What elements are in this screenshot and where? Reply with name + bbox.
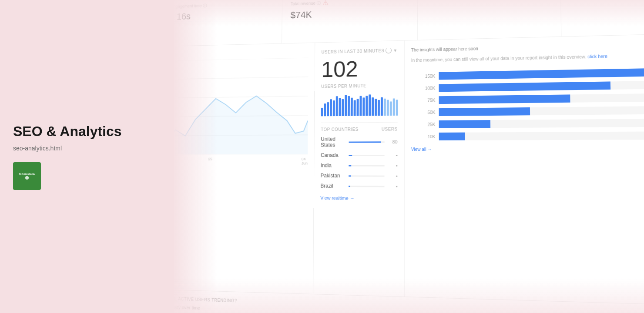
horiz-bar-label-4: 25K [411,122,436,127]
svg-line-0 [174,58,309,61]
horiz-bar-label-2: 75K [411,98,436,103]
country-num-0: 80 [389,139,398,144]
country-num-4: • [389,184,397,189]
country-row-1: Canada• [321,152,398,158]
users-col-label: USERS [382,127,398,132]
engagement-metric: Avg. engagement time ⓘ 5m 16s [174,0,282,47]
realtime-sub-label: USERS PER MINUTE [321,83,398,89]
refresh-icon[interactable] [386,47,392,53]
country-name-3: Pakistan [321,173,344,179]
horiz-bar-row-1: 100K [411,80,644,92]
horiz-bar-track-2 [439,93,644,104]
top-countries-label: TOP COUNTRIES [321,127,358,132]
country-bar-fill-4 [349,186,350,187]
mini-bar-13 [359,96,362,116]
horiz-bar-track-1 [439,80,644,92]
country-bar-fill-2 [349,165,352,166]
mini-bar-18 [375,99,377,116]
countries-section: TOP COUNTRIES USERS United States80Canad… [320,122,397,201]
mini-bar-1 [324,103,326,116]
info-panel: The insights will appear here soon In th… [405,33,644,313]
mini-bar-21 [384,99,386,116]
mini-bar-24 [393,98,395,115]
country-bar-fill-1 [349,155,352,156]
country-num-3: • [389,173,398,179]
country-bar-container-3 [349,175,385,176]
mini-bar-11 [354,100,356,116]
country-row-2: India• [321,163,398,169]
country-row-3: Pakistan• [321,173,398,179]
horiz-bar-label-5: 10K [411,134,436,139]
dashboard-inner: Analytics Realtime Audience Acquisition … [174,0,644,313]
revenue-value: $74K [290,6,408,20]
countries-list: United States80Canada•India•Pakistan•Bra… [320,136,397,189]
mini-bar-6 [339,98,341,116]
mini-bar-22 [387,100,389,116]
left-panel: SEO & Analytics seo-analytics.html TC Co… [0,0,174,313]
horiz-bar-fill-3 [439,107,530,116]
mini-bar-23 [390,101,392,116]
country-name-2: India [321,163,344,169]
horiz-bar-label-3: 50K [411,110,436,115]
view-realtime-link[interactable]: View realtime → [320,195,397,201]
horiz-bar-track-5 [439,131,644,140]
country-bar-container-2 [349,165,385,166]
mini-bar-8 [345,95,347,116]
horiz-bar-fill-4 [439,120,491,128]
thumbnail[interactable]: TC Consultancy [13,162,41,190]
realtime-panel: USERS IN LAST 30 MINUTES ▼ 102 USERS PER… [313,41,405,313]
mini-bar-2 [327,102,329,116]
mini-bar-14 [362,97,365,116]
mini-bar-25 [396,100,398,116]
mini-bar-0 [321,108,323,116]
realtime-user-count: 102 [321,55,398,82]
country-bar-container-1 [349,155,385,156]
info-link[interactable]: click here [587,54,607,59]
horiz-bar-label-1: 100K [411,86,436,91]
chart-plot: 25 04Jun [174,58,309,167]
line-chart-panel: Users 5K 4K 3K 2K 1K 0 [174,43,315,313]
warning-icon: ⚠ [322,0,329,7]
country-bar-fill-0 [349,141,381,143]
mini-bar-4 [333,100,335,116]
country-row-0: United States80 [321,136,398,148]
engagement-value: 5m 16s [174,8,274,22]
mini-bar-7 [342,99,344,116]
horizontal-bar-chart: 150K100K75K50K25K10K [411,67,644,140]
page-title: SEO & Analytics [13,123,161,140]
chart-container: 5K 4K 3K 2K 1K 0 [174,58,309,167]
svg-line-1 [174,77,308,80]
horiz-bar-row-3: 50K [411,106,644,117]
mini-bar-19 [378,100,380,116]
insights-header-text: The insights will appear here soon [411,46,478,52]
horiz-bar-fill-5 [439,133,465,140]
country-num-2: • [389,163,398,168]
horiz-bar-label-0: 150K [411,73,435,79]
mini-bar-10 [351,97,353,116]
horiz-bar-row-4: 25K [411,118,644,128]
horiz-bar-fill-0 [439,68,644,80]
mini-bar-15 [366,96,368,116]
realtime-header-text: USERS IN LAST 30 MINUTES [322,48,385,54]
horiz-bar-track-0 [439,67,644,80]
dashboard-viewport: Analytics Realtime Audience Acquisition … [174,0,644,313]
country-name-0: United States [321,136,344,148]
spacer-metric [418,0,562,40]
mini-bar-12 [357,99,359,116]
dashboard-3d-container: Analytics Realtime Audience Acquisition … [174,0,644,313]
mini-bar-17 [372,97,374,116]
view-all-link[interactable]: View all → [411,147,644,152]
main-content: Users 5K 4K 3K 2K 1K 0 [174,33,644,313]
revenue-metric: Total revenue ⓘ ⚠ $74K [282,0,418,43]
country-row-4: Brazil• [320,183,397,190]
mini-bar-16 [369,94,371,116]
country-name-4: Brazil [320,183,344,189]
line-chart-svg [174,58,309,155]
line-area [174,95,308,154]
horiz-bar-row-2: 75K [411,93,644,104]
horiz-bar-fill-2 [439,94,570,104]
horiz-bar-row-5: 10K [411,131,644,140]
thumbnail-title: TC Consultancy [19,173,35,175]
realtime-header: USERS IN LAST 30 MINUTES ▼ [322,47,398,55]
country-bar-container-4 [349,186,385,187]
